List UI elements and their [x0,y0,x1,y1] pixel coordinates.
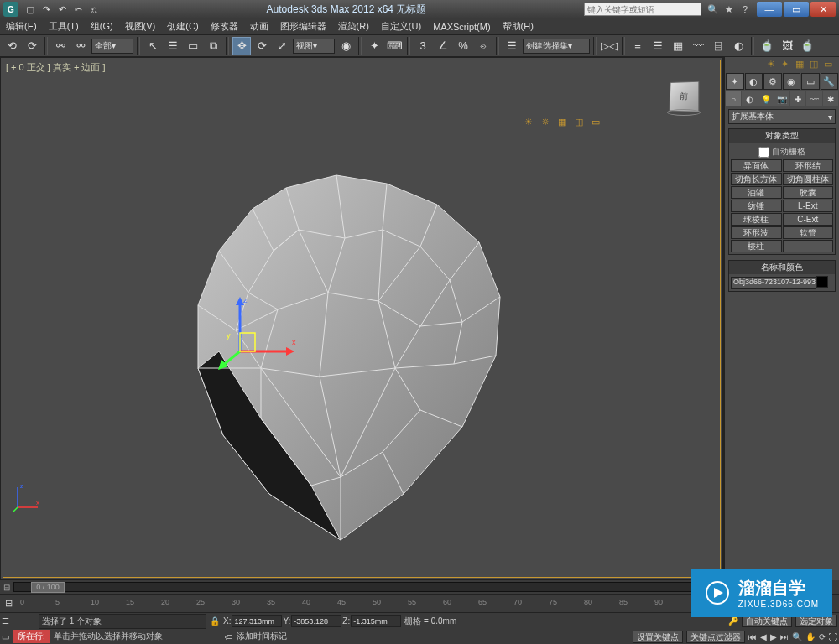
objtype-button-1[interactable]: 环形结 [783,159,834,172]
undo-button[interactable]: ⟲ [3,37,21,55]
unlink-button[interactable]: ⚮ [71,37,90,55]
maximize-button[interactable]: ▭ [784,2,809,17]
search-input[interactable] [584,3,701,16]
angle-snap-button[interactable]: ∠ [434,37,452,55]
geometry-subtab[interactable]: ○ [726,91,741,106]
redo-button[interactable]: ⟳ [23,37,41,55]
window-crossing-button[interactable]: ⧉ [204,37,222,55]
render-button[interactable]: 🍵 [798,37,816,55]
curve-editor-button[interactable]: 〰 [689,37,707,55]
rotate-button[interactable]: ⟳ [253,37,271,55]
mesh-object[interactable] [152,158,538,544]
select-region-button[interactable]: ▭ [184,37,202,55]
objtype-button-12[interactable]: 棱柱 [731,240,782,252]
coord-z-input[interactable] [351,615,401,627]
layers-button[interactable]: ☰ [649,37,667,55]
play-fwd-icon[interactable]: ⏭ [780,632,789,641]
selection-filter[interactable]: 全部 ▾ [91,39,133,54]
menu-edit[interactable]: 编辑(E) [3,20,39,33]
manipulate-button[interactable]: ✦ [365,37,383,55]
space-subtab[interactable]: 〰 [806,91,821,106]
objtype-button-11[interactable]: 软管 [783,226,834,239]
shapes-subtab[interactable]: ◐ [742,91,757,106]
help-icon[interactable]: ? [738,3,752,16]
select-name-button[interactable]: ☰ [164,37,182,55]
mirror-button[interactable]: ▷◁ [600,37,618,55]
status-icon1[interactable]: ▭ [2,632,9,641]
qat-undo-icon[interactable]: ⤺ [71,3,85,16]
edit-named-sel-button[interactable]: ☰ [503,37,521,55]
spinner-snap-button[interactable]: ⟐ [474,37,492,55]
timeslider-left-icon[interactable]: ⊟ [3,583,10,592]
coord-x-input[interactable] [232,615,282,627]
add-timetag[interactable]: 添加时间标记 [237,631,287,642]
name-color-rollout[interactable]: 名称和颜色 [729,261,835,274]
select-button[interactable]: ↖ [143,37,162,55]
objtype-button-10[interactable]: 环形波 [731,226,782,239]
menu-group[interactable]: 组(G) [88,20,116,33]
menu-create[interactable]: 创建(C) [164,20,201,33]
nav-zoom-icon[interactable]: 🔍 [792,632,802,641]
viewport-label[interactable]: [ + 0 正交 ] 真实 + 边面 ] [6,61,106,74]
play-prev-icon[interactable]: ⏮ [748,632,757,641]
nav-pan-icon[interactable]: ✋ [805,632,816,641]
maxscript-mini-icon[interactable]: ☰ [2,616,35,626]
material-editor-button[interactable]: ◐ [729,37,748,55]
cp-icon3[interactable]: ▦ [795,59,807,70]
keyboard-shortcut-button[interactable]: ⌨ [385,37,404,55]
link-button[interactable]: ⚯ [51,37,70,55]
color-swatch[interactable] [816,276,828,288]
cp-icon5[interactable]: ▭ [824,59,836,70]
viewport-safe-icon[interactable]: ▭ [591,117,605,130]
trackbar-toggle-icon[interactable]: ⊟ [0,598,17,609]
viewcube[interactable]: 前 [662,75,706,118]
menu-customize[interactable]: 自定义(U) [378,20,424,33]
light-icon[interactable]: ☀ [524,117,538,130]
viewport[interactable]: [ + 0 正交 ] 真实 + 边面 ] ☀ ⛭ ▦ ◫ ▭ 前 [0,57,723,580]
systems-subtab[interactable]: ✱ [823,91,838,106]
cp-icon4[interactable]: ◫ [810,59,821,70]
objtype-button-3[interactable]: 切角圆柱体 [783,173,834,185]
qat-redo-icon[interactable]: ⎌ [87,3,101,16]
qat-open-icon[interactable]: ↷ [39,3,53,16]
minimize-button[interactable]: — [757,2,782,17]
close-button[interactable]: ✕ [810,2,836,17]
keyfilter-button[interactable]: 关键点过滤器 [686,631,745,643]
setkey-button[interactable]: 设置关键点 [633,631,683,643]
object-name-input[interactable]: Obj3d66-723107-12-993 [731,277,816,289]
nav-max-icon[interactable]: ⛶ [829,632,837,641]
viewport-config-icon[interactable]: ⛭ [541,117,555,130]
lock-icon[interactable]: 🔒 [210,616,220,626]
coord-y-input[interactable] [291,615,341,627]
graphite-button[interactable]: ▦ [669,37,687,55]
utilities-tab[interactable]: 🔧 [821,73,839,90]
menu-views[interactable]: 视图(V) [122,20,159,33]
cameras-subtab[interactable]: 📷 [774,91,789,106]
snap-toggle-button[interactable]: 3 [414,37,432,55]
display-tab[interactable]: ▭ [801,73,820,90]
viewport-shade-icon[interactable]: ▦ [558,117,571,130]
objtype-button-5[interactable]: 胶囊 [783,186,834,199]
percent-snap-button[interactable]: % [454,37,472,55]
hierarchy-tab[interactable]: ⚙ [763,73,782,90]
objtype-button-9[interactable]: C-Ext [783,213,834,226]
infocenter-icon[interactable]: 🔍 [706,3,720,16]
menu-rendering[interactable]: 渲染(R) [336,20,372,33]
create-tab[interactable]: ✦ [726,73,744,90]
compass-icon[interactable]: ✦ [781,59,793,70]
menu-grapheditors[interactable]: 图形编辑器 [278,20,329,33]
motion-tab[interactable]: ◉ [783,73,801,90]
favorites-icon[interactable]: ★ [722,3,736,16]
lights-subtab[interactable]: 💡 [758,91,774,106]
objtype-button-2[interactable]: 切角长方体 [731,173,782,185]
schematic-button[interactable]: ⌸ [709,37,727,55]
play-back-icon[interactable]: ◀ [760,632,767,641]
play-icon[interactable]: ▶ [770,632,777,641]
pivot-button[interactable]: ◉ [336,37,355,55]
render-setup-button[interactable]: 🍵 [758,37,776,55]
ref-coord[interactable]: 视图 ▾ [293,39,335,54]
menu-maxscript[interactable]: MAXScript(M) [430,22,492,32]
objtype-button-6[interactable]: 纺锤 [731,200,782,212]
nav-orbit-icon[interactable]: ⟳ [819,632,826,641]
object-type-rollout[interactable]: 对象类型 [729,129,835,143]
